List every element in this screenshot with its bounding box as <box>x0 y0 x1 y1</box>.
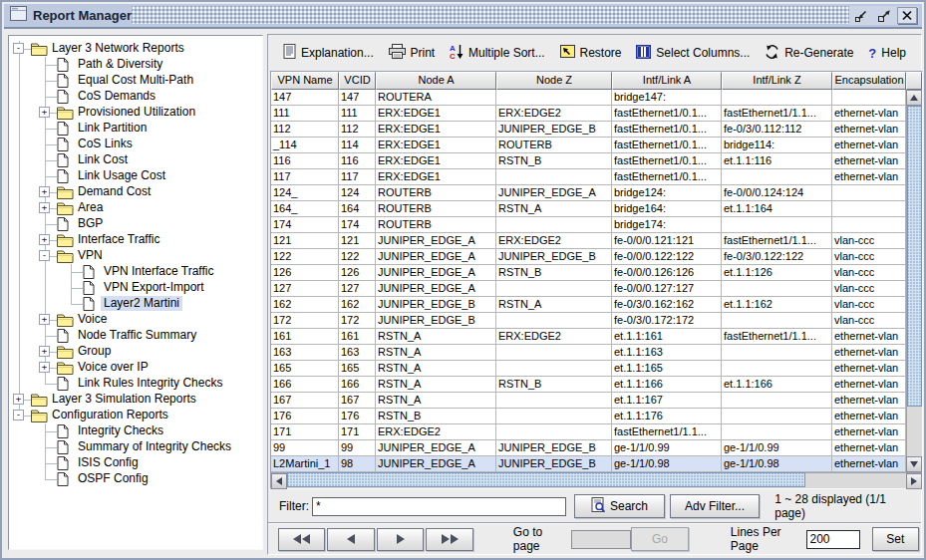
tree-item-label[interactable]: Voice over IP <box>75 360 152 375</box>
tree-item-label[interactable]: Interface Traffic <box>75 232 162 247</box>
tree-item[interactable]: Link Usage Cost <box>9 168 262 184</box>
close-icon[interactable] <box>897 7 917 24</box>
vertical-scrollbar-thumb[interactable] <box>907 106 922 407</box>
tree-item-label[interactable]: Equal Cost Multi-Path <box>75 73 196 88</box>
tree-item[interactable]: Link Cost <box>9 152 262 168</box>
column-header[interactable]: VPN Name <box>271 72 339 90</box>
tree-item-label[interactable]: Group <box>75 344 114 359</box>
table-row[interactable]: 172172JUNIPER_EDGE_Bfe-0/3/0.172:172vlan… <box>271 313 906 329</box>
tree-item[interactable]: Link Partition <box>9 121 262 137</box>
table-row[interactable]: 163163RSTN_Aet.1.1:163ethernet-vlan <box>271 345 906 361</box>
previous-page-button[interactable] <box>327 528 374 551</box>
table-row[interactable]: 174174ROUTERBbridge174: <box>271 217 906 233</box>
tree-item-label[interactable]: Configuration Reports <box>49 408 171 422</box>
tree-item-label[interactable]: VPN Export-Import <box>101 280 207 295</box>
tree-item-label[interactable]: ISIS Config <box>75 455 142 470</box>
select-columns-button[interactable]: Select Columns... <box>634 43 752 64</box>
filter-input[interactable] <box>312 497 566 516</box>
minimize-icon[interactable] <box>851 7 871 24</box>
tree-item[interactable]: VPN Export-Import <box>9 280 262 296</box>
tree-item[interactable]: +Layer 3 Simulation Reports <box>9 392 262 408</box>
tree-item[interactable]: -Configuration Reports <box>9 408 262 423</box>
set-button[interactable]: Set <box>872 527 919 551</box>
table-row[interactable]: 166166RSTN_ARSTN_Bet.1.1:166et.1.1:166et… <box>271 377 906 393</box>
table-row[interactable]: L2Martini_198JUNIPER_EDGE_AJUNIPER_EDGE_… <box>271 456 906 472</box>
table-row[interactable]: 171171ERX:EDGE2fastEthernet1/1.1...ether… <box>271 424 906 440</box>
first-page-button[interactable] <box>278 528 325 551</box>
table-row[interactable]: 122122JUNIPER_EDGE_AJUNIPER_EDGE_Bfe-0/0… <box>271 249 906 265</box>
tree-item[interactable]: CoS Demands <box>9 89 262 105</box>
tree-item[interactable]: Layer2 Martini <box>9 296 262 312</box>
table-row[interactable]: 161161RSTN_AERX:EDGE2et.1.1:161fastEther… <box>271 329 906 345</box>
tree-item-label[interactable]: Link Cost <box>75 152 131 167</box>
tree-item-label[interactable]: VPN <box>75 248 106 263</box>
scroll-right-icon[interactable] <box>906 473 922 489</box>
go-button[interactable]: Go <box>631 527 689 551</box>
tree-item[interactable]: +Group <box>9 344 262 360</box>
tree-item-label[interactable]: Area <box>75 200 106 215</box>
horizontal-scrollbar[interactable] <box>271 472 922 488</box>
next-page-button[interactable] <box>377 528 424 551</box>
horizontal-scrollbar-thumb[interactable] <box>287 472 805 487</box>
help-button[interactable]: ? Help <box>866 44 908 63</box>
table-row[interactable]: 164_164ROUTERBRSTN_Abridge164:et.1.1:164 <box>271 201 906 217</box>
table-row[interactable]: 116116ERX:EDGE1RSTN_BfastEthernet1/0.1..… <box>271 153 906 169</box>
table-row[interactable]: 147147ROUTERAbridge147: <box>271 90 906 106</box>
last-page-button[interactable] <box>426 528 472 551</box>
table-row[interactable]: 117117ERX:EDGE1fastEthernet1/0.1...ether… <box>271 169 906 185</box>
print-button[interactable]: Print <box>387 42 438 64</box>
tree-item[interactable]: Link Rules Integrity Checks <box>9 376 262 392</box>
explanation-button[interactable]: Explanation... <box>281 42 376 64</box>
tree-item-label[interactable]: BGP <box>75 216 106 231</box>
table-row[interactable]: 121121JUNIPER_EDGE_AERX:EDGE2fe-0/0/0.12… <box>271 233 906 249</box>
column-header[interactable]: Node Z <box>496 72 612 90</box>
restore-button[interactable]: Restore <box>558 43 624 63</box>
column-header[interactable]: Intf/Link A <box>612 72 722 90</box>
tree-item[interactable]: +Voice over IP <box>9 360 262 376</box>
column-header[interactable]: Encapsulation <box>832 72 906 90</box>
tree-item-label[interactable]: VPN Interface Traffic <box>101 264 217 279</box>
column-header[interactable]: Intf/Link Z <box>722 72 832 90</box>
tree-item-label[interactable]: Path & Diversity <box>75 57 165 72</box>
table-row[interactable]: 127127JUNIPER_EDGE_Afe-0/0/0.127:127vlan… <box>271 281 906 297</box>
table-row[interactable]: 176176RSTN_Bet.1.1:176ethernet-vlan <box>271 409 906 424</box>
table-row[interactable]: 126126JUNIPER_EDGE_ARSTN_Bfe-0/0/0.126:1… <box>271 265 906 281</box>
table-row[interactable]: 112112ERX:EDGE1JUNIPER_EDGE_BfastEtherne… <box>271 122 906 138</box>
tree-expand-handle[interactable]: + <box>13 394 24 405</box>
tree-item[interactable]: Node Traffic Summary <box>9 328 262 344</box>
tree-item-label[interactable]: CoS Links <box>75 137 136 151</box>
adv-filter-button[interactable]: Adv Filter... <box>670 494 761 518</box>
tree-item-label[interactable]: Link Usage Cost <box>75 168 168 183</box>
tree-expand-handle[interactable]: + <box>39 362 50 373</box>
table-row[interactable]: 165165RSTN_Aet.1.1:165ethernet-vlan <box>271 361 906 377</box>
scroll-left-icon[interactable] <box>271 473 287 489</box>
table-row[interactable]: 167167RSTN_Aet.1.1:167ethernet-vlan <box>271 393 906 409</box>
tree-expand-handle[interactable]: + <box>39 107 50 118</box>
search-button[interactable]: Search <box>574 494 665 518</box>
tree-item-label[interactable]: Provisioned Utilization <box>75 105 198 120</box>
tree-item[interactable]: Summary of Integrity Checks <box>9 439 262 455</box>
tree-item[interactable]: CoS Links <box>9 137 262 152</box>
tree-expand-handle[interactable]: - <box>13 43 24 54</box>
tree-item[interactable]: +Area <box>9 200 262 216</box>
tree-expand-handle[interactable]: - <box>39 250 50 261</box>
lines-per-page-input[interactable] <box>806 530 860 549</box>
tree-item-label[interactable]: CoS Demands <box>75 89 158 104</box>
tree-item[interactable]: +Provisioned Utilization <box>9 105 262 121</box>
tree-item-label[interactable]: Summary of Integrity Checks <box>75 439 234 454</box>
tree-item[interactable]: ISIS Config <box>9 455 262 471</box>
tree-expand-handle[interactable]: + <box>39 234 50 245</box>
tree-item-label[interactable]: Demand Cost <box>75 184 154 199</box>
tree-expand-handle[interactable]: - <box>13 410 24 420</box>
scroll-down-icon[interactable] <box>906 456 922 472</box>
tree-item[interactable]: +Voice <box>9 312 262 328</box>
table-row[interactable]: 9999JUNIPER_EDGE_AJUNIPER_EDGE_Bge-1/1/0… <box>271 440 906 456</box>
tree-item-label[interactable]: OSPF Config <box>75 471 152 486</box>
scroll-up-icon[interactable] <box>906 90 922 106</box>
tree-item-label[interactable]: Link Rules Integrity Checks <box>75 376 225 391</box>
multiple-sort-button[interactable]: AC Multiple Sort... <box>448 42 547 65</box>
table-row[interactable]: 111111ERX:EDGE1ERX:EDGE2fastEthernet1/0.… <box>271 106 906 122</box>
tree-item[interactable]: -VPN <box>9 248 262 264</box>
table-row[interactable]: _114114ERX:EDGE1ROUTERBfastEthernet1/0.1… <box>271 138 906 153</box>
regenerate-button[interactable]: Re-Generate <box>763 43 855 64</box>
